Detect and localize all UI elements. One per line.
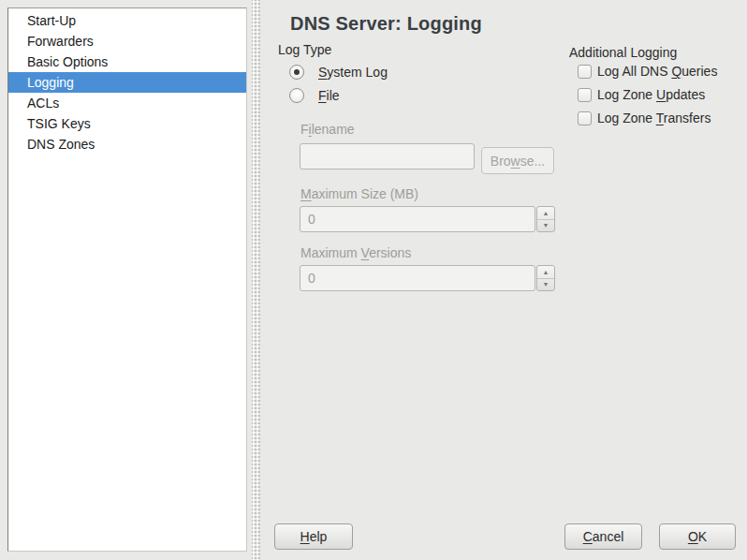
max-size-label: Maximum Size (MB) [300,186,418,201]
checkbox-label: Log All DNS Queries [597,64,717,79]
sidebar-item-dns-zones[interactable]: DNS Zones [8,134,246,155]
checkbox-label: Log Zone Transfers [597,111,710,125]
max-size-spinner[interactable]: ▲ ▼ [536,206,555,232]
sidebar-item-forwarders[interactable]: Forwarders [8,31,246,52]
spin-down-icon[interactable]: ▼ [537,220,554,232]
radio-button-icon[interactable] [289,65,304,80]
radio-button-icon[interactable] [289,88,304,103]
checkbox-icon[interactable] [578,65,592,79]
additional-logging-group-label: Additional Logging [569,45,677,60]
sidebar-item-start-up[interactable]: Start-Up [8,10,246,31]
help-button[interactable]: Help [274,523,353,550]
section-list: Start-Up Forwarders Basic Options Loggin… [7,7,247,552]
ok-button[interactable]: OK [659,523,736,550]
max-versions-input[interactable] [300,265,535,291]
max-versions-spinner[interactable]: ▲ ▼ [536,265,555,291]
filename-label: Filename [300,122,355,137]
sidebar-item-logging[interactable]: Logging [8,72,246,93]
max-versions-label: Maximum Versions [300,245,411,260]
radio-file-label: File [318,88,340,103]
sidebar-item-acls[interactable]: ACLs [8,93,246,113]
checkbox-icon[interactable] [578,88,592,102]
browse-button[interactable]: Browse... [481,147,554,174]
checkbox-log-all-dns-queries[interactable]: Log All DNS Queries [578,64,717,79]
cancel-button[interactable]: Cancel [564,523,642,550]
spin-down-icon[interactable]: ▼ [537,279,554,291]
sidebar-item-tsig-keys[interactable]: TSIG Keys [8,113,246,134]
checkbox-icon[interactable] [578,111,592,125]
radio-system-log-label: System Log [318,65,388,80]
radio-system-log[interactable]: System Log [289,64,388,80]
radio-file[interactable]: File [289,87,340,103]
sidebar-item-basic-options[interactable]: Basic Options [8,52,246,72]
page-title: DNS Server: Logging [290,13,482,35]
filename-input[interactable] [300,143,475,169]
checkbox-label: Log Zone Updates [597,87,705,102]
log-type-group-label: Log Type [278,42,331,57]
checkbox-log-zone-updates[interactable]: Log Zone Updates [578,87,705,102]
pane-splitter [252,0,260,560]
checkbox-log-zone-transfers[interactable]: Log Zone Transfers [578,111,710,125]
spin-up-icon[interactable]: ▲ [537,207,554,220]
spin-up-icon[interactable]: ▲ [537,266,554,279]
max-size-input[interactable] [300,206,535,232]
